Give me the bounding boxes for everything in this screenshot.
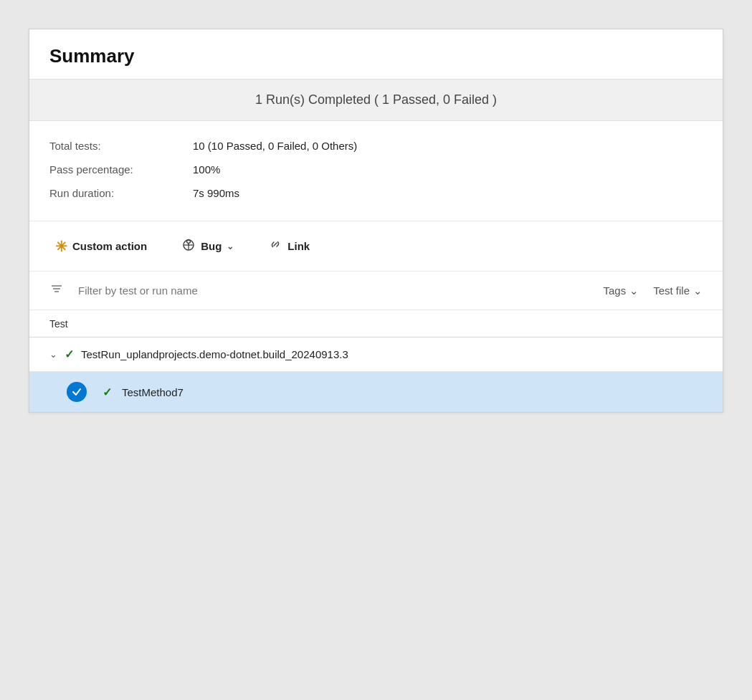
run-completed-bar: 1 Run(s) Completed ( 1 Passed, 0 Failed … [29, 80, 723, 121]
run-completed-text: 1 Run(s) Completed ( 1 Passed, 0 Failed … [255, 92, 497, 107]
star-icon: ✳ [55, 238, 67, 255]
summary-header: Summary [29, 29, 723, 80]
selected-indicator [67, 382, 87, 402]
test-run-row[interactable]: ⌄ ✓ TestRun_uplandprojects.demo-dotnet.b… [29, 337, 723, 372]
bug-button[interactable]: Bug ⌄ [176, 234, 239, 258]
page-title: Summary [49, 45, 703, 67]
filter-bar: Tags ⌄ Test file ⌄ [29, 272, 723, 310]
filter-icon [49, 282, 64, 299]
testfile-chevron-icon: ⌄ [693, 284, 703, 297]
action-bar: ✳ Custom action Bug ⌄ [29, 221, 723, 272]
test-run-name: TestRun_uplandprojects.demo-dotnet.build… [81, 348, 348, 360]
testfile-label: Test file [653, 284, 690, 297]
bug-label: Bug [201, 240, 222, 252]
pass-check-icon: ✓ [65, 347, 74, 361]
pass-pct-value: 100% [193, 163, 220, 176]
custom-action-label: Custom action [72, 240, 147, 252]
total-tests-value: 10 (10 Passed, 0 Failed, 0 Others) [193, 140, 357, 152]
bug-icon [181, 237, 196, 255]
run-duration-row: Run duration: 7s 990ms [49, 181, 703, 205]
pass-pct-label: Pass percentage: [49, 163, 193, 176]
expand-icon[interactable]: ⌄ [49, 349, 57, 360]
link-button[interactable]: Link [262, 234, 315, 258]
link-label: Link [287, 240, 310, 252]
pass-pct-row: Pass percentage: 100% [49, 158, 703, 181]
tags-chevron-icon: ⌄ [629, 284, 639, 297]
table-header: Test [29, 310, 723, 337]
total-tests-row: Total tests: 10 (10 Passed, 0 Failed, 0 … [49, 134, 703, 158]
method-pass-icon: ✓ [103, 385, 112, 399]
run-duration-value: 7s 990ms [193, 187, 239, 199]
bug-chevron-icon: ⌄ [227, 241, 234, 251]
stats-section: Total tests: 10 (10 Passed, 0 Failed, 0 … [29, 121, 723, 221]
run-duration-label: Run duration: [49, 187, 193, 199]
testfile-filter-button[interactable]: Test file ⌄ [653, 284, 703, 297]
test-method-name: TestMethod7 [122, 386, 184, 398]
tags-filter-button[interactable]: Tags ⌄ [603, 284, 639, 297]
svg-point-1 [187, 240, 191, 244]
main-container: Summary 1 Run(s) Completed ( 1 Passed, 0… [29, 29, 723, 413]
svg-point-4 [188, 244, 189, 246]
column-test-header: Test [49, 318, 68, 330]
tags-label: Tags [603, 284, 626, 297]
total-tests-label: Total tests: [49, 140, 193, 152]
filter-input[interactable] [78, 284, 589, 297]
test-method-row[interactable]: ✓ TestMethod7 [29, 372, 723, 412]
custom-action-button[interactable]: ✳ Custom action [49, 235, 153, 258]
link-icon [268, 237, 282, 255]
